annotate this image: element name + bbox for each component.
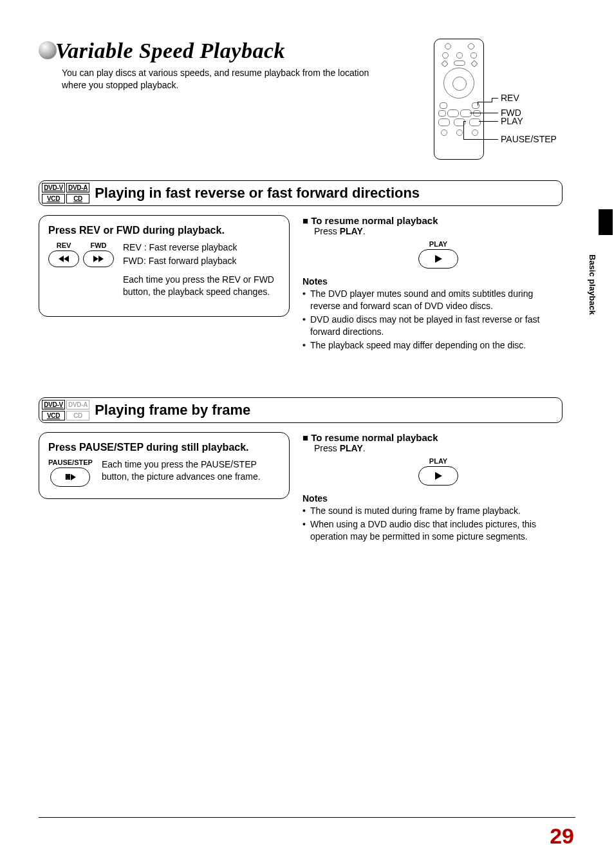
section2-instruction-panel: Press PAUSE/STEP during still playback. … bbox=[39, 432, 290, 499]
footer-rule bbox=[39, 817, 575, 818]
rev-desc: REV : Fast reverse playback bbox=[123, 241, 280, 254]
page-subtitle: You can play discs at various speeds, an… bbox=[62, 67, 384, 91]
section2-resume-tail: . bbox=[363, 443, 366, 453]
section1-note: DVD audio discs may not be played in fas… bbox=[302, 314, 563, 338]
badge-vcd: VCD bbox=[42, 411, 65, 420]
page-number: 29 bbox=[550, 824, 574, 849]
pause-step-button-icon: PAUSE/STEP II/II bbox=[48, 458, 93, 487]
section1-resume-body: Press bbox=[314, 226, 340, 236]
section1-play-label: PLAY bbox=[429, 240, 447, 248]
section1-note: The DVD player mutes sound and omits sub… bbox=[302, 288, 563, 312]
remote-rev-label: REV bbox=[501, 93, 519, 103]
section1-heading-bar: DVD-V DVD-A VCD CD Playing in fast rever… bbox=[39, 180, 563, 206]
section2-panel-body: Each time you press the PAUSE/STEP butto… bbox=[102, 458, 280, 483]
section1-instruction-panel: Press REV or FWD during playback. REV FW… bbox=[39, 215, 290, 317]
speed-change-desc: Each time you press the REV or FWD butto… bbox=[123, 274, 280, 298]
rev-button-label: REV bbox=[57, 241, 71, 249]
fwd-button-icon: FWD bbox=[83, 241, 114, 267]
pause-step-button-label: PAUSE/STEP bbox=[48, 458, 93, 466]
section1-resume-heading: To resume normal playback bbox=[302, 215, 563, 226]
rev-button-icon: REV bbox=[48, 241, 79, 267]
section2-heading: Playing frame by frame bbox=[95, 402, 250, 419]
badge-dvd-a-disabled: DVD-A bbox=[66, 400, 89, 410]
section2-resume-body: Press bbox=[314, 443, 340, 453]
section1-panel-heading: Press REV or FWD during playback. bbox=[48, 225, 280, 236]
page-title: Variable Speed Playback bbox=[55, 39, 285, 63]
section2-play-label: PLAY bbox=[429, 457, 447, 465]
section2-heading-bar: DVD-V DVD-A VCD CD Playing frame by fram… bbox=[39, 397, 563, 423]
badge-dvd-v: DVD-V bbox=[42, 183, 65, 193]
section2-resume-heading: To resume normal playback bbox=[302, 432, 563, 443]
fwd-button-label: FWD bbox=[90, 241, 106, 249]
section1-resume-tail: . bbox=[363, 226, 366, 236]
section2-badges: DVD-V DVD-A VCD CD bbox=[42, 400, 89, 420]
badge-dvd-v: DVD-V bbox=[42, 400, 65, 410]
side-tab-label: Basic playback bbox=[588, 254, 597, 315]
remote-pause-label: PAUSE/STEP bbox=[501, 134, 557, 144]
section2-resume-play: PLAY bbox=[340, 443, 363, 453]
section2-note: When using a DVD audio disc that include… bbox=[302, 518, 563, 543]
section2-notes-heading: Notes bbox=[302, 493, 563, 504]
section2-note: The sound is muted during frame by frame… bbox=[302, 505, 563, 517]
remote-play-label: PLAY bbox=[501, 116, 523, 126]
section1-note: The playback speed may differ depending … bbox=[302, 339, 563, 352]
section2-notes-list: The sound is muted during frame by frame… bbox=[302, 505, 563, 543]
section2-panel-heading: Press PAUSE/STEP during still playback. bbox=[48, 442, 280, 453]
fwd-desc: FWD: Fast forward playback bbox=[123, 255, 280, 267]
remote-diagram: REV FWD PLAY PAUSE/STEP bbox=[434, 39, 563, 161]
play-button-icon: PLAY bbox=[314, 240, 563, 269]
section1-resume-play: PLAY bbox=[340, 226, 363, 236]
badge-dvd-a: DVD-A bbox=[66, 183, 89, 193]
section1-badges: DVD-V DVD-A VCD CD bbox=[42, 183, 89, 203]
badge-cd: CD bbox=[66, 194, 89, 203]
section1-notes-list: The DVD player mutes sound and omits sub… bbox=[302, 288, 563, 351]
section1-notes-heading: Notes bbox=[302, 276, 563, 287]
badge-cd-disabled: CD bbox=[66, 411, 89, 420]
play-button-icon: PLAY bbox=[314, 457, 563, 486]
badge-vcd: VCD bbox=[42, 194, 65, 203]
decorative-orb-icon bbox=[39, 41, 57, 59]
page-number-value: 29 bbox=[550, 824, 574, 848]
section1-heading: Playing in fast reverse or fast forward … bbox=[95, 185, 420, 202]
